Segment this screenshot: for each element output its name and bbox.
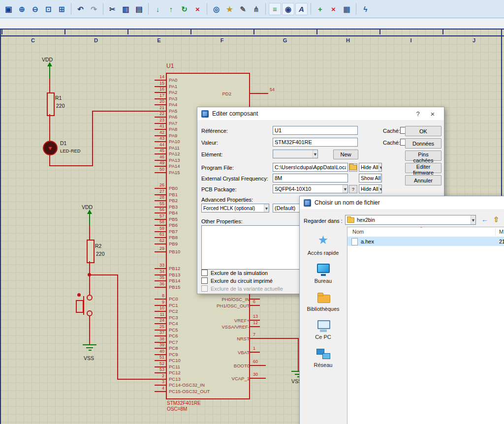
browse-file-button[interactable] — [349, 163, 357, 172]
help-button[interactable]: ? — [410, 110, 425, 118]
advanced-property-combo[interactable]: Forced HCLK (optional) — [201, 204, 269, 212]
push-button-terminal-top[interactable] — [87, 295, 93, 301]
place-quick-access[interactable]: Accès rapide — [300, 235, 346, 256]
pins-cachees-button[interactable]: Pins cachées — [405, 151, 441, 161]
program-file-input[interactable] — [273, 163, 348, 172]
wire[interactable] — [89, 275, 90, 296]
push-button-plunger[interactable] — [76, 300, 84, 313]
paste-icon[interactable]: ▤ — [133, 3, 145, 15]
column-header-name[interactable]: Nom — [352, 229, 364, 235]
copy-icon[interactable]: ▥ — [120, 3, 132, 15]
remove-sheet-icon[interactable]: × — [327, 3, 340, 15]
vdd-terminal-1[interactable] — [47, 62, 52, 66]
package-visibility-combo[interactable]: Hide All — [359, 184, 382, 193]
annuler-button[interactable]: Annuler — [405, 175, 441, 185]
design-explorer-icon[interactable]: ▦ — [341, 3, 353, 15]
file-row[interactable]: a.hex21 — [347, 237, 504, 246]
pin-name: PC14-OSC32_IN — [169, 382, 205, 388]
mcu-pin[interactable]: 3PC14-OSC32_IN — [155, 382, 258, 389]
mcu-pin[interactable]: 10PC2 — [155, 308, 258, 315]
mcu-pin[interactable]: 15PA1 — [155, 84, 258, 90]
schematic-sheet-icon[interactable]: ▣ — [2, 3, 15, 15]
pin-name: PC7 — [169, 339, 178, 345]
place-network[interactable]: Réseau — [300, 347, 346, 368]
wire[interactable] — [117, 274, 118, 380]
new-sheet-icon[interactable]: + — [314, 3, 326, 15]
crystal-visibility-combo[interactable]: Show All — [359, 174, 382, 182]
place-desktop[interactable]: Bureau — [300, 263, 346, 284]
block-move-icon[interactable]: ↑ — [165, 3, 177, 15]
wire[interactable] — [92, 111, 93, 166]
block-delete-icon[interactable]: × — [191, 3, 204, 15]
crystal-frequency-input[interactable] — [273, 174, 348, 182]
wire-to-pa5[interactable] — [92, 111, 155, 112]
led-d1[interactable] — [43, 141, 58, 155]
vdd-terminal-2-pin[interactable] — [89, 214, 90, 226]
packaging-tool-icon[interactable]: ✎ — [237, 3, 249, 15]
wire[interactable] — [49, 154, 50, 166]
make-device-icon[interactable]: ★ — [223, 3, 236, 15]
look-in-combo[interactable]: hex2bin — [345, 215, 476, 225]
zoom-out-icon[interactable]: ⊖ — [29, 3, 41, 15]
reference-input[interactable] — [273, 126, 358, 135]
wire[interactable] — [89, 226, 90, 240]
checkbox[interactable] — [201, 270, 208, 276]
zoom-in-icon[interactable]: ⊕ — [16, 3, 28, 15]
file-dialog-titlebar[interactable]: Choisir un nom de fichier — [300, 196, 504, 209]
pin-name: PH0/OSC_IN — [222, 297, 250, 302]
wire[interactable] — [89, 315, 90, 344]
mcu-pin[interactable]: 14PA0 — [155, 77, 258, 84]
resistor-r2[interactable] — [87, 240, 94, 263]
donnees-button[interactable]: Données — [405, 138, 441, 149]
mcu-pin[interactable]: 53PC12 — [155, 370, 258, 376]
editer-firmware-button[interactable]: Editer firmware — [405, 163, 441, 173]
program-visibility-combo[interactable]: Hide All — [359, 163, 382, 172]
ground-terminal-1[interactable] — [83, 344, 96, 345]
checkbox[interactable] — [201, 277, 208, 284]
cut-icon[interactable]: ✂ — [106, 3, 119, 15]
electrical-rule-check-icon[interactable]: ϟ — [359, 3, 372, 15]
exclude-simulation-checkbox[interactable]: Exclure de la simulation — [201, 270, 283, 276]
back-icon[interactable]: ← — [480, 214, 490, 224]
wire[interactable] — [49, 114, 50, 141]
pin-number: 34 — [152, 269, 164, 274]
new-button[interactable]: New — [333, 150, 358, 159]
mcu-pin[interactable]: 4PC15-OSC32_OUT — [155, 389, 258, 395]
property-assignment-icon[interactable]: A — [295, 3, 308, 15]
block-rotate-icon[interactable]: ↻ — [178, 3, 190, 15]
pcb-package-combo[interactable]: SQFP64-10X10 — [273, 184, 348, 193]
wire[interactable] — [90, 274, 118, 275]
edit-dialog-titlebar[interactable]: Editer composant ? × — [197, 107, 444, 120]
decompose-icon[interactable]: ⋔ — [250, 3, 262, 15]
column-separator[interactable] — [495, 228, 496, 236]
block-copy-icon[interactable]: ↓ — [152, 3, 164, 15]
bill-of-materials-icon[interactable]: ≡ — [269, 3, 281, 15]
pick-parts-icon[interactable]: ◎ — [210, 3, 222, 15]
mcu-pin[interactable]: 16PA2 — [155, 90, 258, 96]
zoom-area-icon[interactable]: ⊡ — [42, 3, 55, 15]
column-header-modified[interactable]: M — [499, 229, 504, 235]
value-input[interactable] — [273, 138, 358, 147]
undo-icon[interactable]: ↶ — [74, 3, 87, 15]
push-button-actuator[interactable] — [77, 293, 81, 297]
vdd-terminal-1-pin[interactable] — [49, 66, 50, 79]
package-help-button[interactable]: ? — [349, 185, 357, 193]
redo-icon[interactable]: ↷ — [88, 3, 100, 15]
close-button[interactable]: × — [425, 110, 440, 118]
wire[interactable] — [49, 165, 93, 166]
checkbox[interactable] — [201, 285, 208, 292]
mcu-pin[interactable]: 17PA3 — [155, 96, 258, 102]
zoom-all-icon[interactable]: ⊞ — [56, 3, 68, 15]
resistor-r1[interactable] — [47, 92, 55, 116]
ok-button[interactable]: OK — [405, 126, 441, 136]
place-this-pc[interactable]: Ce PC — [300, 319, 346, 340]
vdd-terminal-2[interactable] — [87, 210, 92, 214]
exclude-pcb-checkbox[interactable]: Exclure du circuit imprimé — [201, 277, 283, 284]
up-one-level-icon[interactable]: ⇧ — [491, 214, 501, 224]
wire[interactable] — [89, 261, 90, 274]
find-component-icon[interactable]: ◉ — [282, 3, 294, 15]
place-libraries[interactable]: Bibliothèques — [300, 291, 346, 312]
wire[interactable] — [49, 79, 50, 92]
wire-to-pc13[interactable] — [117, 379, 156, 380]
mcu-pin[interactable]: 54PD2 — [250, 91, 314, 97]
